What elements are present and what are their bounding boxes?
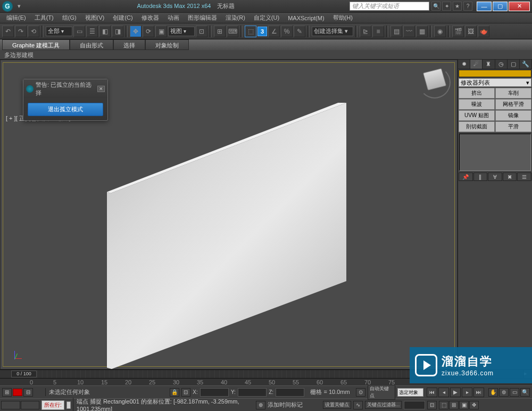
mod-mirror[interactable]: 镜像	[495, 110, 531, 121]
nav-max-toggle-button[interactable]: ▣	[459, 401, 469, 409]
scale-button[interactable]: ▣	[155, 26, 167, 37]
script-mini-a[interactable]	[1, 401, 20, 409]
minimize-button[interactable]: —	[477, 2, 492, 11]
link-button[interactable]: ⟲	[28, 26, 39, 37]
exit-isolation-button[interactable]: 退出孤立模式	[28, 103, 103, 116]
prev-frame-button[interactable]: ◂	[438, 388, 449, 397]
render-setup-button[interactable]: 🎬	[452, 26, 464, 37]
dialog-close-button[interactable]: ✕	[97, 86, 105, 92]
view-cube[interactable]	[419, 67, 451, 98]
schematic-button[interactable]: ▦	[416, 26, 428, 37]
spinner-snap-button[interactable]: ✎	[294, 26, 305, 37]
ref-coord-dropdown[interactable]: 视图 ▾	[168, 27, 195, 36]
coord-z-input[interactable]	[276, 388, 304, 397]
isolation-warning-dialog[interactable]: 警告: 已孤立的当前选择 ✕ 退出孤立模式	[23, 79, 108, 121]
menu-modifiers[interactable]: 修改器	[138, 13, 162, 23]
nav-zoom-button[interactable]: 🔍	[520, 388, 530, 397]
align-button[interactable]: ≡	[372, 26, 384, 37]
maximize-button[interactable]: ▢	[493, 2, 508, 11]
coord-y-input[interactable]	[238, 388, 267, 397]
menu-rendering[interactable]: 渲染(R)	[222, 13, 248, 23]
isolate-button[interactable]: ⊙	[356, 388, 365, 397]
autokey-button[interactable]: 自动关键点	[368, 385, 395, 400]
nav-zoom-region-button[interactable]: ⬚	[439, 401, 448, 409]
render-frame-button[interactable]: 🖼	[465, 26, 477, 37]
tab-graphite[interactable]: Graphite 建模工具	[2, 39, 70, 50]
panel-modify-icon[interactable]: ☄	[470, 60, 483, 69]
material-editor-button[interactable]: ◉	[434, 26, 446, 37]
next-frame-button[interactable]: ▸	[462, 388, 472, 397]
move-button[interactable]: ✥	[130, 26, 142, 37]
curve-editor-button[interactable]: 〰	[403, 26, 415, 37]
menu-customize[interactable]: 自定义(U)	[251, 13, 282, 23]
nav-arc-button[interactable]: ⊚	[499, 388, 509, 397]
use-center-button[interactable]: ⊡	[196, 26, 207, 37]
menu-group[interactable]: 组(G)	[59, 13, 80, 23]
mirror-button[interactable]: ⊵	[360, 26, 371, 37]
nav-pan2-button[interactable]: ✥	[469, 401, 479, 409]
close-button[interactable]: ✕	[509, 2, 530, 11]
track-misc-button[interactable]: ⊟	[23, 388, 33, 397]
object-color-swatch[interactable]	[459, 70, 531, 77]
key-filters-button[interactable]: 关键点过滤器...	[365, 401, 402, 409]
stack-remove-button[interactable]: ✖	[503, 172, 517, 181]
nav-pan-button[interactable]: ✋	[488, 388, 498, 397]
select-object-button[interactable]: ▭	[73, 26, 85, 37]
snap-toggle-button[interactable]: ⬚	[245, 26, 256, 37]
rotate-button[interactable]: ⟳	[143, 26, 154, 37]
stack-unique-button[interactable]: ∀	[488, 172, 502, 181]
select-name-button[interactable]: ☰	[86, 26, 98, 37]
track-selset-button[interactable]: ⊞	[2, 388, 12, 397]
undo-button[interactable]: ↶	[2, 26, 14, 37]
stack-pin-button[interactable]: 📌	[459, 172, 473, 181]
tab-objectpaint[interactable]: 对象绘制	[145, 39, 189, 50]
time-tag-button[interactable]: ⊕	[256, 401, 265, 409]
angle-snap-button[interactable]: ∠	[268, 26, 280, 37]
mod-extrude[interactable]: 挤出	[459, 88, 495, 98]
mod-slice[interactable]: 剖切截面	[459, 121, 495, 132]
play-button[interactable]: ▶	[450, 388, 461, 397]
tab-freeform[interactable]: 自由形式	[70, 39, 113, 50]
comm-center-icon[interactable]: ✦	[442, 2, 451, 11]
layers-button[interactable]: ▤	[390, 26, 402, 37]
key-target-dropdown[interactable]: 选定对象	[397, 388, 423, 397]
panel-utilities-icon[interactable]: 🔧	[520, 60, 532, 69]
selection-filter-dropdown[interactable]: 全部 ▾	[46, 27, 72, 36]
panel-display-icon[interactable]: ▢	[508, 60, 520, 69]
help-search-input[interactable]: 键入关键字或短语	[350, 2, 429, 11]
lock-selection-button[interactable]: 🔒	[170, 388, 179, 397]
panel-create-icon[interactable]: ✹	[458, 60, 470, 69]
percent-snap-button[interactable]: %	[281, 26, 293, 37]
menu-view[interactable]: 视图(V)	[82, 13, 108, 23]
key-mode-icon[interactable]: ∿	[353, 401, 363, 409]
nav-zoom-ext-button[interactable]: ⊞	[449, 401, 459, 409]
track-red-button[interactable]	[13, 389, 22, 396]
menu-create[interactable]: 创建(C)	[110, 13, 136, 23]
select-region-button[interactable]: ◧	[99, 26, 111, 37]
mod-smooth[interactable]: 平滑	[495, 121, 531, 132]
goto-start-button[interactable]: ⏮	[427, 388, 437, 397]
coord-x-input[interactable]	[200, 388, 229, 397]
modifier-list-dropdown[interactable]: 修改器列表▾	[459, 78, 531, 87]
menu-help[interactable]: 帮助(H)	[330, 13, 356, 23]
search-icon[interactable]: 🔍	[431, 2, 440, 11]
current-frame-input[interactable]	[404, 401, 425, 409]
goto-end-button[interactable]: ⏭	[473, 388, 484, 397]
prompt-spinner[interactable]	[66, 401, 71, 409]
render-button[interactable]: 🫖	[478, 26, 489, 37]
panel-motion-icon[interactable]: ◷	[495, 60, 508, 69]
window-crossing-button[interactable]: ◨	[112, 26, 123, 37]
mod-lathe[interactable]: 车削	[495, 88, 531, 98]
redo-button[interactable]: ↷	[15, 26, 27, 37]
modifier-stack[interactable]	[459, 134, 531, 171]
menu-edit[interactable]: 编辑(E)	[3, 13, 29, 23]
quick-tool-icon[interactable]: ▾	[18, 3, 21, 10]
time-config-button[interactable]: ⊡	[427, 401, 437, 409]
mod-meshsmooth[interactable]: 网格平滑	[495, 99, 531, 110]
menu-grapheditors[interactable]: 图形编辑器	[185, 13, 220, 23]
nav-fov-button[interactable]: ▭	[510, 388, 519, 397]
panel-hierarchy-icon[interactable]: ♜	[483, 60, 495, 69]
set-key-button[interactable]: 设置关键点	[323, 401, 351, 409]
tab-selection[interactable]: 选择	[113, 39, 145, 50]
mod-uvwmap[interactable]: UVW 贴图	[459, 110, 495, 121]
